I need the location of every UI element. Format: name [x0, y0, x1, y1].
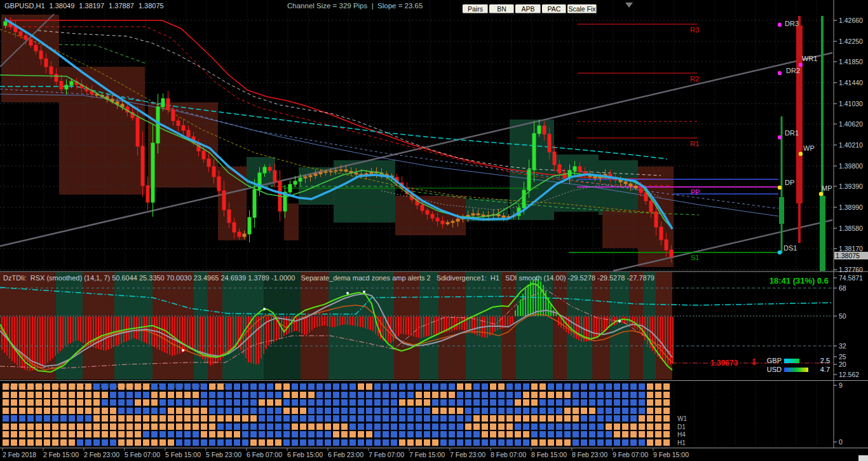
main-chart-surface[interactable] [0, 11, 834, 271]
toolbar-button-scale-fix[interactable]: Scale Fix [567, 4, 597, 13]
indicator-panel2-surface[interactable] [0, 382, 834, 448]
mt4-chart-window: TMMA_Histo 1.0000 2.0000 3.0000 4.0000 5… [0, 0, 868, 461]
currency-strength-legend: GBP2.5USD4.7 [763, 356, 830, 374]
indicator-panel1-surface[interactable] [0, 272, 834, 380]
legend-value: 4.7 [808, 366, 830, 373]
legend-row: GBP2.5 [763, 356, 830, 365]
panel1-header: DzTDIi: RSX (smoothed) (14,1, 7) 50.6044… [3, 274, 654, 282]
legend-label: GBP [763, 357, 782, 364]
toolbar-button-pairs[interactable]: Pairs [463, 4, 488, 13]
legend-row: USD4.7 [763, 365, 830, 374]
legend-gradient-swatch [784, 359, 799, 363]
channel-info-text: Channel Size = 329 Pips | Slope = 23.65 [287, 2, 423, 10]
time-axis-surface[interactable] [0, 448, 868, 461]
symbol-timeframe: GBPUSD,H1 [4, 2, 45, 10]
legend-value: 2.5 [799, 357, 830, 364]
ohlc-low: 1.37887 [109, 2, 134, 10]
toolbar-button-bn[interactable]: BN [489, 4, 514, 13]
chart-canvas: TMMA_Histo 1.0000 2.0000 3.0000 4.0000 5… [0, 0, 868, 461]
panel1-info-text: 18:41 (31%) 0.6 [667, 277, 829, 285]
legend-gradient-swatch [784, 368, 808, 372]
ohlc-open: 1.38049 [50, 2, 75, 10]
alert-arrow-icon: ⇩ [750, 358, 757, 366]
ohlc-high: 1.38197 [79, 2, 104, 10]
toolbar-button-apb[interactable]: APB [515, 4, 541, 13]
toolbar-button-pac[interactable]: PAC [542, 4, 566, 13]
chart-title: GBPUSD,H11.380491.381971.378871.38075 [4, 2, 168, 10]
legend-label: USD [763, 366, 782, 373]
price-scale-surface[interactable] [834, 0, 868, 448]
ohlc-close: 1.38075 [139, 2, 164, 10]
current-price-tag: 1.38075 [834, 252, 868, 259]
alert-price-label: 1.39673 [710, 359, 738, 368]
